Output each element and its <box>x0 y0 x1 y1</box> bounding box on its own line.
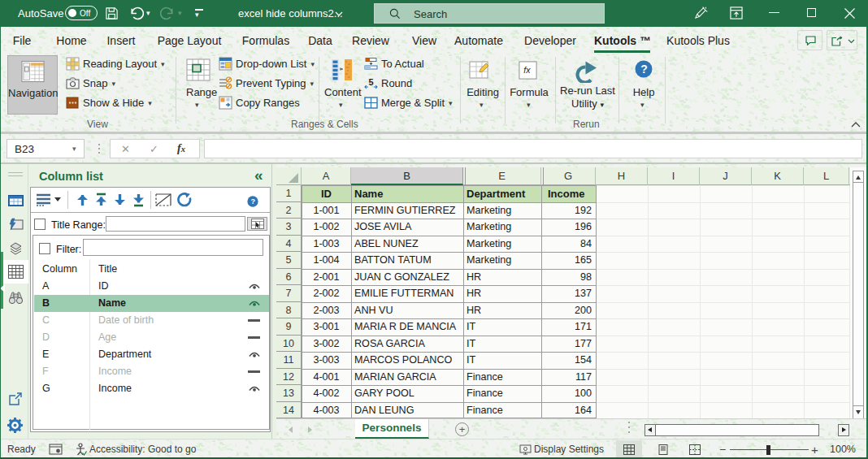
svg-text:5: 5 <box>369 77 374 87</box>
svg-text:?: ? <box>250 197 255 206</box>
svg-text:?: ? <box>640 63 648 76</box>
svg-text:fx: fx <box>523 65 531 75</box>
